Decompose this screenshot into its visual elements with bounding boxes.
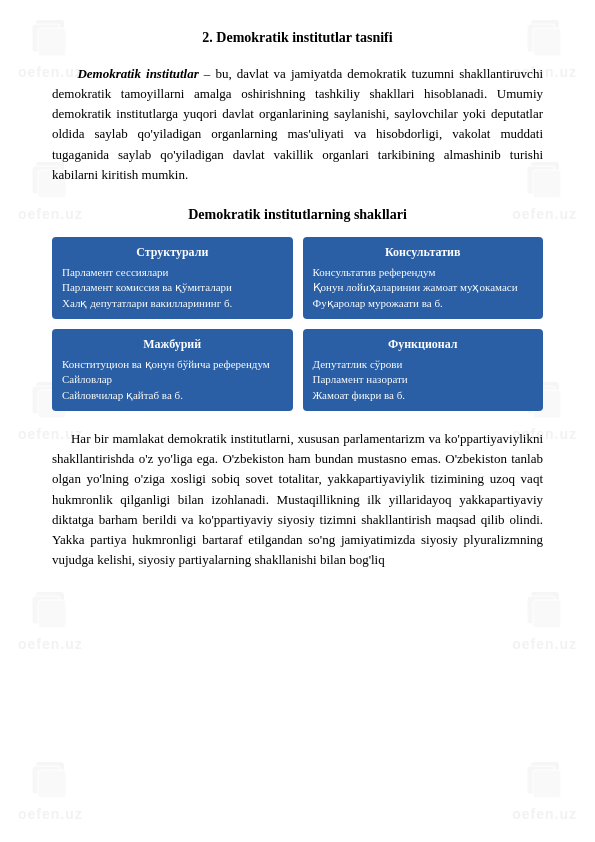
box-strukturali-item-2: Парламент комиссия ва қўмиталари bbox=[62, 280, 283, 295]
intro-text: – bu, davlat va jamiyatda demokratik tuz… bbox=[52, 66, 543, 182]
box-strukturali-item-3: Халқ депутатлари вакилларининг б. bbox=[62, 296, 283, 311]
intro-bold-italic: Demokratik institutlar bbox=[77, 66, 198, 81]
svg-rect-26 bbox=[38, 770, 66, 798]
watermark-bottom-right: oefen.uz bbox=[512, 760, 577, 822]
diagram-section: Demokratik institutlarning shakllari Стр… bbox=[52, 207, 543, 411]
box-majburiy-item-1: Конституцион ва қонун бўйича референдум bbox=[62, 357, 283, 372]
svg-rect-25 bbox=[32, 766, 60, 794]
box-strukturali-title: Структурали bbox=[62, 245, 283, 260]
box-majburiy-item-3: Сайловчилар қайтаб ва б. bbox=[62, 388, 283, 403]
box-konsultatsiya-item-1: Консультатив референдум bbox=[313, 265, 534, 280]
section-title: 2. Demokratik institutlar tasnifi bbox=[52, 30, 543, 46]
watermark-bottom-left: oefen.uz bbox=[18, 760, 83, 822]
box-funktsional-title: Функционал bbox=[313, 337, 534, 352]
diagram-box-konsultatsiya: Консультатив Консультатив референдум Қон… bbox=[303, 237, 544, 319]
box-funktsional-item-2: Парламент назорати bbox=[313, 372, 534, 387]
svg-rect-29 bbox=[533, 770, 561, 798]
svg-rect-24 bbox=[36, 762, 64, 790]
box-majburiy-title: Мажбурий bbox=[62, 337, 283, 352]
diagram-box-funktsional: Функционал Депутатлик сўрови Парламент н… bbox=[303, 329, 544, 411]
box-konsultatsiya-item-2: Қонун лойиҳаларинии жамоат муҳокамаси bbox=[313, 280, 534, 295]
diagram-grid: Структурали Парламент сессиялари Парламе… bbox=[52, 237, 543, 411]
svg-rect-27 bbox=[531, 762, 559, 790]
box-funktsional-item-1: Депутатлик сўрови bbox=[313, 357, 534, 372]
box-konsultatsiya-title: Консультатив bbox=[313, 245, 534, 260]
main-paragraph: Har bir mamlakat demokratik institutlarn… bbox=[52, 429, 543, 570]
diagram-title: Demokratik institutlarning shakllari bbox=[52, 207, 543, 223]
svg-rect-28 bbox=[527, 766, 555, 794]
diagram-box-majburiy: Мажбурий Конституцион ва қонун бўйича ре… bbox=[52, 329, 293, 411]
box-konsultatsiya-item-3: Фуқаролар мурожаати ва б. bbox=[313, 296, 534, 311]
page-content: 2. Demokratik institutlar tasnifi Demokr… bbox=[0, 0, 595, 612]
diagram-box-strukturali: Структурали Парламент сессиялари Парламе… bbox=[52, 237, 293, 319]
intro-paragraph: Demokratik institutlar – bu, davlat va j… bbox=[52, 64, 543, 185]
box-majburiy-item-2: Сайловлар bbox=[62, 372, 283, 387]
box-funktsional-item-3: Жамоат фикри ва б. bbox=[313, 388, 534, 403]
box-strukturali-item-1: Парламент сессиялари bbox=[62, 265, 283, 280]
